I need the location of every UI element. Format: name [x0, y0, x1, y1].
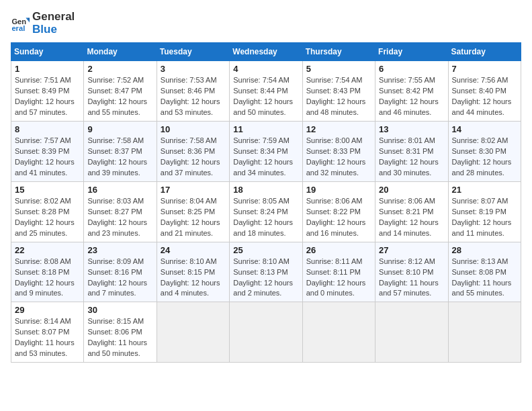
day-number: 3: [161, 64, 226, 74]
day-number: 13: [379, 124, 444, 134]
calendar-cell: 4 Sunrise: 7:54 AM Sunset: 8:44 PM Dayli…: [230, 61, 302, 122]
logo: Gen eral General Blue: [11, 11, 75, 36]
calendar-cell: [448, 302, 521, 363]
calendar-cell: 2 Sunrise: 7:52 AM Sunset: 8:47 PM Dayli…: [84, 61, 157, 122]
calendar-cell: 8 Sunrise: 7:57 AM Sunset: 8:39 PM Dayli…: [11, 122, 84, 182]
calendar-cell: 3 Sunrise: 7:53 AM Sunset: 8:46 PM Dayli…: [157, 61, 229, 122]
day-info: Sunrise: 7:59 AM Sunset: 8:34 PM Dayligh…: [233, 136, 298, 179]
day-info: Sunrise: 7:54 AM Sunset: 8:43 PM Dayligh…: [306, 75, 371, 118]
svg-text:eral: eral: [11, 24, 25, 32]
calendar-cell: 19 Sunrise: 8:06 AM Sunset: 8:22 PM Dayl…: [302, 181, 375, 242]
day-info: Sunrise: 8:03 AM Sunset: 8:27 PM Dayligh…: [87, 196, 152, 239]
day-info: Sunrise: 8:13 AM Sunset: 8:08 PM Dayligh…: [452, 257, 517, 300]
day-info: Sunrise: 7:53 AM Sunset: 8:46 PM Dayligh…: [161, 75, 226, 118]
day-info: Sunrise: 8:04 AM Sunset: 8:25 PM Dayligh…: [161, 196, 226, 239]
calendar-cell: 23 Sunrise: 8:09 AM Sunset: 8:16 PM Dayl…: [84, 242, 157, 302]
calendar-cell: 25 Sunrise: 8:10 AM Sunset: 8:13 PM Dayl…: [230, 242, 302, 302]
day-info: Sunrise: 8:05 AM Sunset: 8:24 PM Dayligh…: [233, 196, 298, 239]
calendar-cell: 15 Sunrise: 8:02 AM Sunset: 8:28 PM Dayl…: [11, 181, 84, 242]
day-number: 30: [87, 305, 152, 315]
weekday-header-friday: Friday: [375, 43, 448, 61]
day-info: Sunrise: 8:14 AM Sunset: 8:07 PM Dayligh…: [15, 316, 80, 359]
day-number: 22: [15, 245, 80, 255]
calendar-cell: 26 Sunrise: 8:11 AM Sunset: 8:11 PM Dayl…: [302, 242, 375, 302]
day-number: 11: [233, 124, 298, 134]
day-info: Sunrise: 7:51 AM Sunset: 8:49 PM Dayligh…: [15, 75, 80, 118]
day-number: 16: [87, 185, 152, 195]
day-info: Sunrise: 7:54 AM Sunset: 8:44 PM Dayligh…: [233, 75, 298, 118]
calendar-cell: 10 Sunrise: 7:58 AM Sunset: 8:36 PM Dayl…: [157, 122, 229, 182]
day-number: 25: [233, 245, 298, 255]
day-number: 26: [306, 245, 371, 255]
calendar-cell: [157, 302, 229, 363]
day-info: Sunrise: 8:06 AM Sunset: 8:21 PM Dayligh…: [379, 196, 444, 239]
page-header: Gen eral General Blue: [11, 11, 521, 36]
day-info: Sunrise: 8:06 AM Sunset: 8:22 PM Dayligh…: [306, 196, 371, 239]
day-info: Sunrise: 8:02 AM Sunset: 8:30 PM Dayligh…: [452, 136, 517, 179]
day-number: 5: [306, 64, 371, 74]
day-number: 19: [306, 185, 371, 195]
day-number: 29: [15, 305, 80, 315]
day-number: 10: [161, 124, 226, 134]
calendar-cell: 5 Sunrise: 7:54 AM Sunset: 8:43 PM Dayli…: [302, 61, 375, 122]
day-info: Sunrise: 8:10 AM Sunset: 8:15 PM Dayligh…: [161, 257, 226, 300]
calendar-cell: 21 Sunrise: 8:07 AM Sunset: 8:19 PM Dayl…: [448, 181, 521, 242]
calendar-cell: 24 Sunrise: 8:10 AM Sunset: 8:15 PM Dayl…: [157, 242, 229, 302]
day-info: Sunrise: 7:56 AM Sunset: 8:40 PM Dayligh…: [452, 75, 517, 118]
day-info: Sunrise: 8:02 AM Sunset: 8:28 PM Dayligh…: [15, 196, 80, 239]
calendar-cell: 17 Sunrise: 8:04 AM Sunset: 8:25 PM Dayl…: [157, 181, 229, 242]
day-info: Sunrise: 8:01 AM Sunset: 8:31 PM Dayligh…: [379, 136, 444, 179]
day-number: 28: [452, 245, 517, 255]
day-info: Sunrise: 7:55 AM Sunset: 8:42 PM Dayligh…: [379, 75, 444, 118]
weekday-header-wednesday: Wednesday: [230, 43, 302, 61]
calendar-table: SundayMondayTuesdayWednesdayThursdayFrid…: [11, 42, 521, 363]
calendar-cell: [375, 302, 448, 363]
calendar-cell: 30 Sunrise: 8:15 AM Sunset: 8:06 PM Dayl…: [84, 302, 157, 363]
calendar-cell: 11 Sunrise: 7:59 AM Sunset: 8:34 PM Dayl…: [230, 122, 302, 182]
day-number: 14: [452, 124, 517, 134]
day-number: 1: [15, 64, 80, 74]
calendar-cell: 16 Sunrise: 8:03 AM Sunset: 8:27 PM Dayl…: [84, 181, 157, 242]
day-info: Sunrise: 8:00 AM Sunset: 8:33 PM Dayligh…: [306, 136, 371, 179]
day-number: 18: [233, 185, 298, 195]
calendar-cell: 27 Sunrise: 8:12 AM Sunset: 8:10 PM Dayl…: [375, 242, 448, 302]
day-number: 27: [379, 245, 444, 255]
calendar-cell: 20 Sunrise: 8:06 AM Sunset: 8:21 PM Dayl…: [375, 181, 448, 242]
calendar-cell: [230, 302, 302, 363]
day-number: 2: [87, 64, 152, 74]
weekday-header-monday: Monday: [84, 43, 157, 61]
calendar-cell: 1 Sunrise: 7:51 AM Sunset: 8:49 PM Dayli…: [11, 61, 84, 122]
day-info: Sunrise: 8:09 AM Sunset: 8:16 PM Dayligh…: [87, 257, 152, 300]
day-info: Sunrise: 8:07 AM Sunset: 8:19 PM Dayligh…: [452, 196, 517, 239]
day-number: 8: [15, 124, 80, 134]
weekday-header-tuesday: Tuesday: [157, 43, 229, 61]
calendar-cell: 12 Sunrise: 8:00 AM Sunset: 8:33 PM Dayl…: [302, 122, 375, 182]
calendar-cell: 9 Sunrise: 7:58 AM Sunset: 8:37 PM Dayli…: [84, 122, 157, 182]
day-number: 23: [87, 245, 152, 255]
day-number: 21: [452, 185, 517, 195]
day-number: 4: [233, 64, 298, 74]
day-info: Sunrise: 7:58 AM Sunset: 8:36 PM Dayligh…: [161, 136, 226, 179]
day-number: 9: [87, 124, 152, 134]
day-number: 17: [161, 185, 226, 195]
day-info: Sunrise: 7:52 AM Sunset: 8:47 PM Dayligh…: [87, 75, 152, 118]
calendar-cell: 7 Sunrise: 7:56 AM Sunset: 8:40 PM Dayli…: [448, 61, 521, 122]
day-number: 6: [379, 64, 444, 74]
day-number: 15: [15, 185, 80, 195]
calendar-cell: [302, 302, 375, 363]
day-info: Sunrise: 8:15 AM Sunset: 8:06 PM Dayligh…: [87, 316, 152, 359]
calendar-cell: 28 Sunrise: 8:13 AM Sunset: 8:08 PM Dayl…: [448, 242, 521, 302]
day-number: 20: [379, 185, 444, 195]
weekday-header-sunday: Sunday: [11, 43, 84, 61]
weekday-header-thursday: Thursday: [302, 43, 375, 61]
day-info: Sunrise: 8:08 AM Sunset: 8:18 PM Dayligh…: [15, 257, 80, 300]
calendar-cell: 6 Sunrise: 7:55 AM Sunset: 8:42 PM Dayli…: [375, 61, 448, 122]
day-number: 24: [161, 245, 226, 255]
calendar-cell: 22 Sunrise: 8:08 AM Sunset: 8:18 PM Dayl…: [11, 242, 84, 302]
day-info: Sunrise: 8:11 AM Sunset: 8:11 PM Dayligh…: [306, 257, 371, 300]
weekday-header-saturday: Saturday: [448, 43, 521, 61]
calendar-cell: 29 Sunrise: 8:14 AM Sunset: 8:07 PM Dayl…: [11, 302, 84, 363]
calendar-cell: 14 Sunrise: 8:02 AM Sunset: 8:30 PM Dayl…: [448, 122, 521, 182]
day-info: Sunrise: 8:12 AM Sunset: 8:10 PM Dayligh…: [379, 257, 444, 300]
day-info: Sunrise: 7:57 AM Sunset: 8:39 PM Dayligh…: [15, 136, 80, 179]
